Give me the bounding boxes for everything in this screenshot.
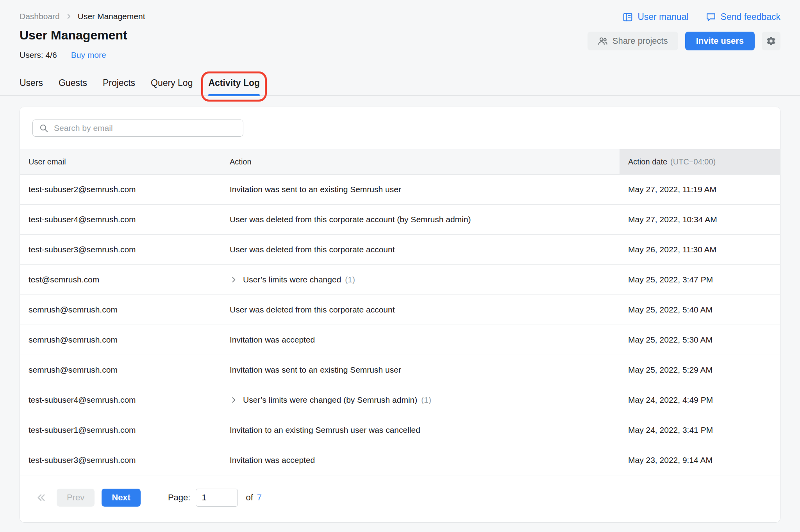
table-row: test-subuser1@semrush.com Invitation to … xyxy=(20,415,780,445)
send-feedback-link[interactable]: Send feedback xyxy=(706,12,780,22)
row-date: May 27, 2022, 10:34 AM xyxy=(620,205,780,234)
row-action-count: (1) xyxy=(345,275,355,284)
row-email: test-subuser1@semrush.com xyxy=(20,415,221,445)
row-date: May 25, 2022, 5:29 AM xyxy=(620,355,780,385)
tab-activity-log-label: Activity Log xyxy=(208,78,260,88)
table-row: test@semrush.com User’s limits were chan… xyxy=(20,265,780,295)
users-icon xyxy=(598,36,608,46)
row-action: User was deleted from this corporate acc… xyxy=(221,295,620,325)
row-action: Invitation was accepted xyxy=(221,445,620,475)
feedback-bubble-icon xyxy=(706,12,716,22)
invite-users-button[interactable]: Invite users xyxy=(685,32,755,50)
page-input[interactable] xyxy=(196,489,238,507)
breadcrumb: Dashboard User Management xyxy=(20,12,145,21)
table-row: test-subuser4@semrush.com User’s limits … xyxy=(20,385,780,415)
row-action-text: User was deleted from this corporate acc… xyxy=(230,245,395,254)
row-date: May 27, 2022, 11:19 AM xyxy=(620,175,780,204)
row-action: Invitation was sent to an existing Semru… xyxy=(221,355,620,385)
row-action-text: User was deleted from this corporate acc… xyxy=(230,305,395,314)
row-action: User’s limits were changed (1) xyxy=(221,265,620,295)
total-pages-link[interactable]: 7 xyxy=(257,493,262,503)
header-right: User manual Send feedback Share projects… xyxy=(588,12,780,50)
active-tab-underline xyxy=(208,94,260,96)
table-body: test-subuser2@semrush.com Invitation was… xyxy=(20,175,780,475)
row-email: test-subuser2@semrush.com xyxy=(20,175,221,204)
table-row: test-subuser3@semrush.com User was delet… xyxy=(20,235,780,265)
row-date: May 24, 2022, 4:49 PM xyxy=(620,385,780,415)
page-total: of 7 xyxy=(246,493,262,503)
row-date: May 23, 2022, 9:14 AM xyxy=(620,445,780,475)
settings-button[interactable] xyxy=(762,32,780,50)
page-title: User Management xyxy=(20,28,145,43)
row-action: Invitation was sent to an existing Semru… xyxy=(221,175,620,204)
column-header-date: Action date (UTC−04:00) xyxy=(620,149,780,174)
row-action-text: Invitation was accepted xyxy=(230,455,315,465)
row-date: May 25, 2022, 5:40 AM xyxy=(620,295,780,325)
row-email: test@semrush.com xyxy=(20,265,221,295)
table-row: test-subuser2@semrush.com Invitation was… xyxy=(20,175,780,205)
row-action: User was deleted from this corporate acc… xyxy=(221,235,620,264)
users-count: Users: 4/6 xyxy=(20,50,57,60)
row-action-count: (1) xyxy=(421,395,431,405)
row-action: User was deleted from this corporate acc… xyxy=(221,205,620,234)
row-date: May 25, 2022, 3:47 PM xyxy=(620,265,780,295)
row-email: test-subuser3@semrush.com xyxy=(20,235,221,264)
row-action-text: User was deleted from this corporate acc… xyxy=(230,215,471,224)
table-row: test-subuser4@semrush.com User was delet… xyxy=(20,205,780,235)
breadcrumb-dashboard[interactable]: Dashboard xyxy=(20,12,60,21)
column-header-email: User email xyxy=(20,149,221,174)
action-buttons: Share projects Invite users xyxy=(588,32,780,50)
column-header-action: Action xyxy=(221,149,620,174)
row-action-text: Invitation was sent to an existing Semru… xyxy=(230,185,401,194)
tab-projects[interactable]: Projects xyxy=(103,75,135,95)
pagination: Prev Next Page: of 7 xyxy=(20,475,780,522)
user-manual-label: User manual xyxy=(638,12,688,22)
expand-chevron-icon[interactable] xyxy=(230,396,238,404)
page-label: Page: xyxy=(168,493,191,503)
activity-log-panel: User email Action Action date (UTC−04:00… xyxy=(20,107,780,523)
share-projects-button[interactable]: Share projects xyxy=(588,32,678,50)
send-feedback-label: Send feedback xyxy=(721,12,780,22)
table-row: semrush@semrush.com Invitation was accep… xyxy=(20,325,780,355)
tab-query-log[interactable]: Query Log xyxy=(151,75,193,95)
breadcrumb-current: User Management xyxy=(78,12,145,21)
row-email: semrush@semrush.com xyxy=(20,295,221,325)
row-action-text: Invitation to an existing Semrush user w… xyxy=(230,425,420,435)
row-email: test-subuser4@semrush.com xyxy=(20,385,221,415)
breadcrumb-chevron-icon xyxy=(65,13,72,20)
tab-bar: Users Guests Projects Query Log Activity… xyxy=(0,75,800,96)
help-links: User manual Send feedback xyxy=(623,12,780,22)
row-date: May 26, 2022, 11:30 AM xyxy=(620,235,780,264)
search-input[interactable] xyxy=(32,120,243,137)
user-management-page: Dashboard User Management User Managemen… xyxy=(0,0,800,532)
user-manual-icon xyxy=(623,12,633,22)
users-quota-line: Users: 4/6 Buy more xyxy=(20,50,145,60)
search-area xyxy=(20,107,780,149)
column-header-date-label: Action date xyxy=(628,157,667,166)
row-email: test-subuser4@semrush.com xyxy=(20,205,221,234)
row-action: User’s limits were changed (by Semrush a… xyxy=(221,385,620,415)
table-row: semrush@semrush.com Invitation was sent … xyxy=(20,355,780,385)
table-row: test-subuser3@semrush.com Invitation was… xyxy=(20,445,780,475)
row-action: Invitation was accepted xyxy=(221,325,620,355)
user-manual-link[interactable]: User manual xyxy=(623,12,688,22)
row-action-text: User’s limits were changed xyxy=(243,275,341,284)
next-page-button[interactable]: Next xyxy=(102,489,141,507)
row-date: May 25, 2022, 5:30 AM xyxy=(620,325,780,355)
row-email: semrush@semrush.com xyxy=(20,355,221,385)
activity-table: User email Action Action date (UTC−04:00… xyxy=(20,149,780,475)
tab-activity-log[interactable]: Activity Log xyxy=(208,75,260,95)
prev-page-button[interactable]: Prev xyxy=(57,489,95,507)
tab-guests[interactable]: Guests xyxy=(59,75,87,95)
row-action-text: User’s limits were changed (by Semrush a… xyxy=(243,395,417,405)
buy-more-link[interactable]: Buy more xyxy=(71,50,106,60)
expand-chevron-icon[interactable] xyxy=(230,276,238,284)
row-action-text: Invitation was accepted xyxy=(230,335,315,345)
share-projects-label: Share projects xyxy=(612,36,668,46)
table-header: User email Action Action date (UTC−04:00… xyxy=(20,149,780,175)
row-email: test-subuser3@semrush.com xyxy=(20,445,221,475)
search-icon xyxy=(39,123,49,133)
first-page-button[interactable] xyxy=(32,489,50,507)
header-left: Dashboard User Management User Managemen… xyxy=(20,12,145,60)
tab-users[interactable]: Users xyxy=(20,75,43,95)
